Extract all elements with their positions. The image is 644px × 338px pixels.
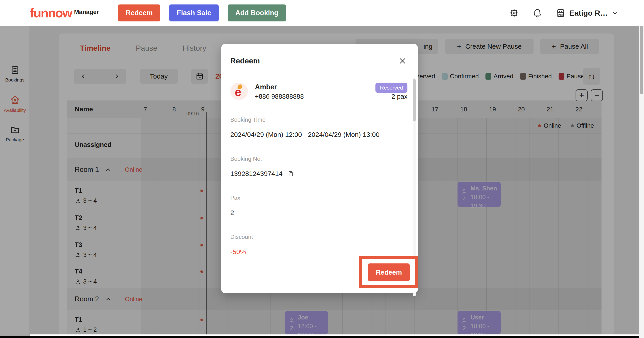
copy-icon[interactable] — [287, 170, 294, 177]
avatar: e — [230, 83, 248, 100]
section-value-text: 2024/04/29 (Mon) 12:00 - 2024/04/29 (Mon… — [230, 131, 380, 138]
modal-section-pax: Pax2 — [230, 184, 408, 223]
bell-icon[interactable] — [532, 8, 542, 18]
chevron-down-icon — [611, 9, 619, 17]
modal-section-booking-no-: Booking No.13928124397414 — [230, 145, 408, 184]
modal-title: Redeem — [230, 56, 408, 65]
customer-summary: e Amber +886 988888888 Reserved 2 pax — [230, 83, 408, 101]
section-value-text: 13928124397414 — [230, 170, 283, 177]
page-scrollbar[interactable] — [639, 0, 644, 338]
highlight-annotation — [359, 256, 418, 288]
section-value: 2 — [230, 209, 408, 216]
section-value-text: -50% — [230, 248, 246, 256]
section-value: 2024/04/29 (Mon) 12:00 - 2024/04/29 (Mon… — [230, 131, 408, 138]
customer-name: Amber — [255, 83, 304, 91]
redeem-button[interactable]: Redeem — [118, 4, 160, 21]
account-name: Eatigo R… — [569, 9, 608, 17]
add-booking-button[interactable]: Add Booking — [228, 4, 286, 21]
customer-phone: +886 988888888 — [255, 93, 304, 100]
section-value: 13928124397414 — [230, 170, 408, 177]
top-header: funnow Manager RedeemFlash SaleAdd Booki… — [0, 0, 644, 26]
gear-icon[interactable] — [509, 8, 519, 18]
store-icon — [556, 8, 566, 18]
section-label: Booking Time — [230, 116, 408, 123]
section-label: Discount — [230, 233, 408, 240]
bottom-white-strip — [30, 335, 644, 336]
logo-text: funnow — [30, 6, 72, 19]
flash-sale-button[interactable]: Flash Sale — [169, 4, 219, 21]
section-value-text: 2 — [230, 209, 234, 216]
funnow-logo[interactable]: funnow Manager — [30, 6, 99, 19]
redeem-modal: Redeem e Amber +886 988888888 Reserved 2… — [222, 44, 418, 293]
section-label: Booking No. — [230, 155, 408, 162]
bottom-black-bar — [0, 336, 644, 338]
close-icon[interactable] — [398, 56, 408, 66]
customer-pax: 2 pax — [392, 93, 408, 100]
modal-scrollbar-thumb[interactable] — [413, 79, 416, 122]
funnow-manager-app: TimelinePauseHistory ing + Create New Pa… — [0, 0, 644, 338]
modal-section-booking-time: Booking Time2024/04/29 (Mon) 12:00 - 202… — [230, 101, 408, 145]
section-label: Pax — [230, 194, 408, 201]
account-switcher[interactable]: Eatigo R… — [556, 8, 619, 18]
section-value: -50% — [230, 248, 408, 256]
status-badge: Reserved — [376, 83, 408, 93]
logo-suffix: Manager — [74, 9, 99, 16]
header-action-buttons: RedeemFlash SaleAdd Booking — [118, 4, 286, 21]
